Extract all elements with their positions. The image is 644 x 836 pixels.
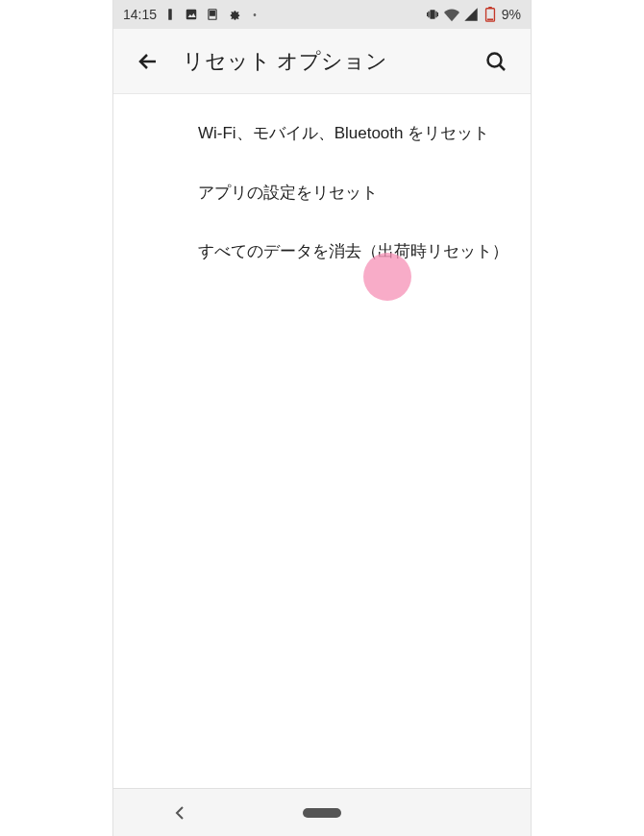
navigation-bar	[113, 788, 531, 836]
chevron-left-icon	[174, 805, 186, 821]
nav-home-button[interactable]	[303, 808, 341, 818]
reset-network-option[interactable]: Wi-Fi、モバイル、Bluetooth をリセット	[113, 104, 531, 163]
card-icon	[205, 7, 220, 22]
nav-back-button[interactable]	[170, 803, 189, 823]
search-button[interactable]	[477, 42, 515, 81]
image-icon	[184, 7, 199, 22]
status-bar: 14:15 •	[113, 0, 531, 29]
signal-icon	[463, 7, 479, 22]
battery-percent: 9%	[502, 7, 521, 22]
svg-rect-4	[211, 12, 215, 16]
wifi-icon	[444, 7, 459, 22]
content-area: Wi-Fi、モバイル、Bluetooth をリセット アプリの設定をリセット す…	[113, 94, 531, 788]
svg-point-14	[488, 53, 502, 66]
factory-reset-option[interactable]: すべてのデータを消去（出荷時リセット）	[113, 222, 531, 282]
reset-app-preferences-option[interactable]: アプリの設定をリセット	[113, 163, 531, 223]
page-title: リセット オプション	[183, 47, 477, 76]
status-left: 14:15 •	[123, 7, 262, 22]
back-button[interactable]	[129, 42, 167, 81]
device-frame: 14:15 •	[0, 0, 644, 836]
svg-rect-5	[430, 10, 434, 18]
option-label: アプリの設定をリセット	[198, 184, 378, 202]
svg-rect-11	[488, 7, 492, 9]
battery-icon	[483, 7, 498, 22]
status-right: 9%	[425, 7, 521, 22]
gear-icon	[226, 7, 241, 22]
svg-rect-1	[186, 10, 197, 20]
svg-rect-0	[168, 9, 172, 20]
vibrate-icon	[425, 7, 440, 22]
phone-screen: 14:15 •	[112, 0, 532, 836]
arrow-left-icon	[136, 50, 160, 73]
svg-rect-12	[487, 18, 493, 20]
status-time: 14:15	[123, 7, 157, 22]
dot-icon: •	[247, 7, 262, 22]
option-label: すべてのデータを消去（出荷時リセット）	[198, 242, 508, 260]
search-icon	[484, 50, 508, 73]
app-bar: リセット オプション	[113, 29, 531, 94]
svg-line-15	[500, 64, 506, 70]
warning-icon	[162, 7, 178, 22]
option-label: Wi-Fi、モバイル、Bluetooth をリセット	[198, 124, 489, 142]
